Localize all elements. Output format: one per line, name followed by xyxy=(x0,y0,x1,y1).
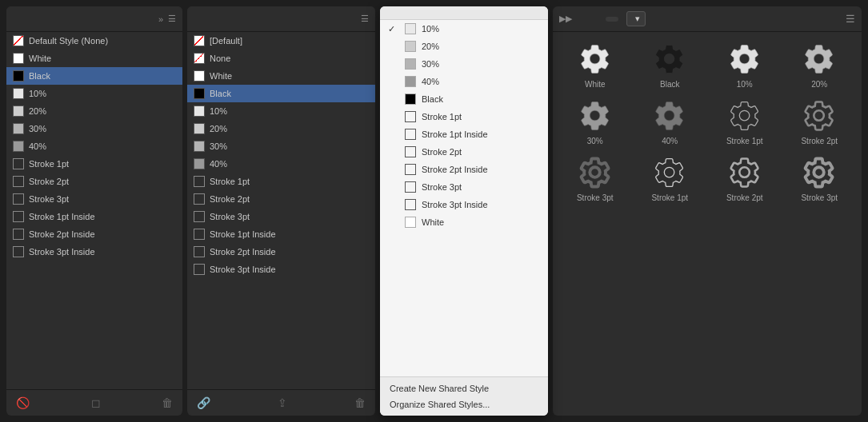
graphic-item-default[interactable]: [Default] xyxy=(187,32,375,50)
style-cell-20pt[interactable]: 20% xyxy=(784,38,856,92)
styles-item-stroke2[interactable]: Stroke 2pt xyxy=(6,173,182,190)
swatch-stroke2i xyxy=(13,229,24,240)
styles-item-default[interactable]: Default Style (None) xyxy=(6,32,182,50)
dropdown-item-stroke2i[interactable]: Stroke 2pt Inside xyxy=(380,161,548,178)
dropdown-item-10pt[interactable]: ✓10% xyxy=(380,20,548,38)
dropdown-item-stroke1i[interactable]: Stroke 1pt Inside xyxy=(380,125,548,143)
tab-effects[interactable] xyxy=(591,17,604,22)
style-cell-label-30pt: 30% xyxy=(587,137,603,145)
right-panel-tabs xyxy=(577,17,618,22)
styles-prohibit-button[interactable]: 🚫 xyxy=(13,395,33,411)
graphic-swatch-stroke3i xyxy=(194,264,205,275)
styles-item-label-white: White xyxy=(29,54,51,63)
style-cell-40pt[interactable]: 40% xyxy=(634,95,706,149)
graphic-item-stroke1i[interactable]: Stroke 1pt Inside xyxy=(187,225,375,243)
dropdown-label-20pt: 20% xyxy=(422,42,439,51)
styles-item-black[interactable]: Black xyxy=(6,67,182,85)
swatch-stroke3 xyxy=(13,193,24,205)
graphic-swatch-stroke3 xyxy=(194,211,205,222)
dropdown-footer-item-1[interactable]: Organize Shared Styles... xyxy=(380,396,548,412)
graphic-item-30pt[interactable]: 30% xyxy=(187,137,375,155)
dropdown-item-black[interactable]: Black xyxy=(380,90,548,108)
styles-item-stroke3i[interactable]: Stroke 3pt Inside xyxy=(6,243,182,261)
dropdown-swatch-40pt xyxy=(405,76,416,87)
style-cell-white[interactable]: White xyxy=(559,38,631,92)
dropdown-item-white[interactable]: White xyxy=(380,213,548,231)
dropdown-footer-item-0[interactable]: Create New Shared Style xyxy=(380,380,548,396)
styles-item-white[interactable]: White xyxy=(6,50,182,67)
graphic-swatch-black xyxy=(194,88,205,99)
style-cell-10pt[interactable]: 10% xyxy=(709,38,781,92)
style-cell-stroke3pt-b[interactable]: Stroke 3pt xyxy=(784,152,856,205)
tab-layers[interactable] xyxy=(577,17,590,22)
shared-styles-dropdown-body[interactable]: ✓10%20%30%40%BlackStroke 1ptStroke 1pt I… xyxy=(380,20,548,376)
styles-duplicate-button[interactable]: ◻ xyxy=(88,395,104,411)
styles-panel-header: » ☰ xyxy=(6,6,182,32)
dropdown-item-stroke3[interactable]: Stroke 3pt xyxy=(380,178,548,196)
style-cell-label-40pt: 40% xyxy=(662,137,678,145)
graphic-item-label-stroke1i: Stroke 1pt Inside xyxy=(210,229,276,239)
styles-item-30pt[interactable]: 30% xyxy=(6,120,182,137)
styles-item-label-10pt: 10% xyxy=(29,89,46,98)
dropdown-item-stroke2[interactable]: Stroke 2pt xyxy=(380,143,548,161)
styles-item-40pt[interactable]: 40% xyxy=(6,137,182,155)
style-cell-stroke2pt-a[interactable]: Stroke 2pt xyxy=(784,95,856,149)
graphic-item-white[interactable]: White xyxy=(187,67,375,85)
swatch-40pt xyxy=(13,141,24,152)
dropdown-item-40pt[interactable]: 40% xyxy=(380,73,548,90)
styles-item-stroke1i[interactable]: Stroke 1pt Inside xyxy=(6,208,182,225)
graphic-item-none[interactable]: None xyxy=(187,50,375,67)
graphic-item-stroke2[interactable]: Stroke 2pt xyxy=(187,190,375,208)
styles-item-stroke3[interactable]: Stroke 3pt xyxy=(6,190,182,208)
graphic-styles-link-button[interactable]: 🔗 xyxy=(194,395,214,411)
graphic-styles-delete-button[interactable]: 🗑 xyxy=(351,395,369,411)
styles-item-label-stroke3i: Stroke 3pt Inside xyxy=(29,247,95,257)
graphic-styles-import-button[interactable]: ⇪ xyxy=(274,395,290,411)
right-panel-menu-icon[interactable]: ☰ xyxy=(846,13,855,25)
graphic-styles-panel-icons: ☰ xyxy=(361,14,369,24)
graphic-item-40pt[interactable]: 40% xyxy=(187,155,375,173)
style-cell-stroke1pt-a[interactable]: Stroke 1pt xyxy=(709,95,781,149)
dropdown-item-20pt[interactable]: 20% xyxy=(380,38,548,55)
style-cell-label-stroke1pt-a: Stroke 1pt xyxy=(726,137,763,145)
styles-delete-button[interactable]: 🗑 xyxy=(158,395,176,411)
styles-item-10pt[interactable]: 10% xyxy=(6,85,182,102)
graphic-item-label-stroke2i: Stroke 2pt Inside xyxy=(210,247,276,257)
graphic-swatch-stroke1 xyxy=(194,176,205,187)
graphic-item-20pt[interactable]: 20% xyxy=(187,120,375,137)
graphic-item-stroke1[interactable]: Stroke 1pt xyxy=(187,173,375,190)
graphic-item-stroke3i[interactable]: Stroke 3pt Inside xyxy=(187,261,375,278)
dropdown-swatch-stroke3 xyxy=(405,181,416,193)
graphic-item-stroke2i[interactable]: Stroke 2pt Inside xyxy=(187,243,375,261)
swatch-default xyxy=(13,35,24,46)
right-panel-menu-icons: ☰ xyxy=(846,13,855,25)
style-cell-stroke2pt-b[interactable]: Stroke 2pt xyxy=(709,152,781,205)
graphic-swatch-20pt xyxy=(194,123,205,134)
styles-expand-icon[interactable]: » xyxy=(158,14,163,24)
dropdown-item-stroke3i[interactable]: Stroke 3pt Inside xyxy=(380,196,548,213)
styles-item-stroke1[interactable]: Stroke 1pt xyxy=(6,155,182,173)
style-cell-stroke3pt-a[interactable]: Stroke 3pt xyxy=(559,152,631,205)
tab-styles[interactable] xyxy=(606,17,618,22)
swatch-black xyxy=(13,70,24,82)
shared-styles-dropdown: ✓10%20%30%40%BlackStroke 1ptStroke 1pt I… xyxy=(380,6,548,416)
graphic-styles-menu-icon[interactable]: ☰ xyxy=(361,14,369,24)
dropdown-label-30pt: 30% xyxy=(422,59,439,69)
styles-item-20pt[interactable]: 20% xyxy=(6,102,182,120)
style-cell-label-white: White xyxy=(585,80,606,89)
styles-item-label-black: Black xyxy=(29,71,50,81)
graphic-item-stroke3[interactable]: Stroke 3pt xyxy=(187,208,375,225)
style-cell-stroke1pt-b[interactable]: Stroke 1pt xyxy=(634,152,706,205)
graphic-item-black[interactable]: Black xyxy=(187,85,375,102)
style-cell-black[interactable]: Black xyxy=(634,38,706,92)
graphic-item-10pt[interactable]: 10% xyxy=(187,102,375,120)
style-cell-label-stroke1pt-b: Stroke 1pt xyxy=(651,193,688,202)
dropdown-item-stroke1[interactable]: Stroke 1pt xyxy=(380,108,548,125)
dropdown-item-30pt[interactable]: 30% xyxy=(380,55,548,73)
styles-menu-icon[interactable]: ☰ xyxy=(168,14,176,24)
right-panel-collapse-icon[interactable]: ▶▶ xyxy=(559,14,572,24)
style-cell-30pt[interactable]: 30% xyxy=(559,95,631,149)
styles-item-label-stroke2i: Stroke 2pt Inside xyxy=(29,229,95,239)
greyprint-dropdown[interactable]: ▾ xyxy=(626,11,646,26)
styles-item-stroke2i[interactable]: Stroke 2pt Inside xyxy=(6,225,182,243)
